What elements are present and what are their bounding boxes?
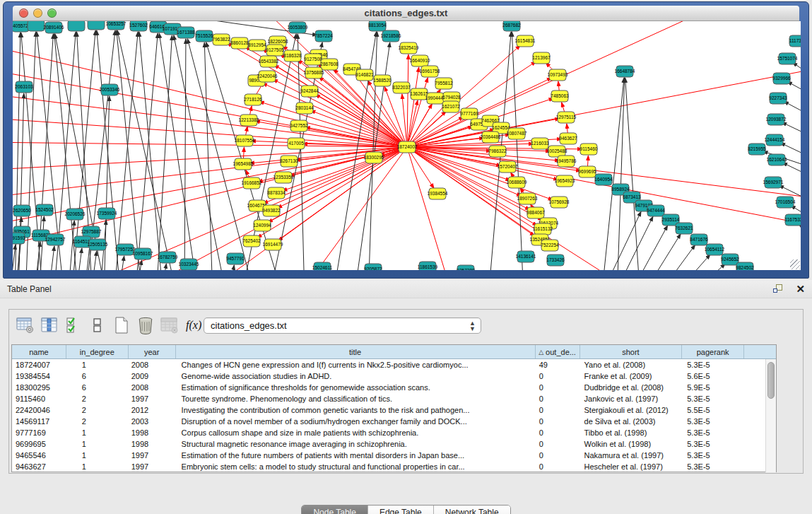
citation-edge-black[interactable] — [799, 224, 801, 241]
graph-node[interactable]: 17359924 — [97, 208, 117, 219]
citation-edge-black[interactable] — [90, 251, 97, 270]
column-header-out_de...[interactable]: △out_de... — [536, 345, 580, 358]
graph-node[interactable]: 20891406 — [44, 22, 64, 33]
citation-edge-black[interactable] — [13, 245, 16, 270]
graph-node-selected[interactable]: 8860128 — [230, 37, 249, 49]
graph-node[interactable]: 7632621 — [675, 223, 693, 234]
maximize-window-button[interactable] — [47, 8, 57, 18]
graph-node-selected[interactable]: 18724007 — [397, 141, 418, 153]
cell-title[interactable]: Embryonic stem cells: a model to study s… — [176, 461, 536, 472]
graph-node-selected[interactable]: 19495786 — [556, 156, 577, 167]
cell-in_degree[interactable]: 1 — [66, 438, 129, 450]
cell-name[interactable]: 9699695 — [12, 438, 66, 450]
graph-node-selected[interactable]: 7485063 — [551, 90, 569, 102]
cell-title[interactable]: Estimation of the future numbers of pati… — [176, 450, 536, 461]
graph-node-selected[interactable]: 10756928 — [549, 197, 570, 208]
float-panel-icon[interactable] — [773, 284, 786, 295]
graph-node-selected[interactable]: 2867608 — [320, 59, 339, 70]
graph-node-selected[interactable]: 19654985 — [233, 158, 254, 170]
graph-node[interactable]: 1167533 — [785, 214, 801, 226]
citation-edge-red[interactable] — [298, 147, 407, 270]
graph-node-selected[interactable]: 1588520 — [373, 75, 392, 86]
cell-in_degree[interactable]: 2 — [66, 404, 129, 416]
cell-in_degree[interactable]: 1 — [66, 461, 129, 472]
graph-node[interactable]: 19218586 — [381, 30, 401, 42]
cell-pagerank[interactable]: 5.3E-5 — [682, 416, 744, 427]
graph-node[interactable]: 1733426 — [546, 255, 565, 266]
cell-in_degree[interactable]: 2 — [66, 393, 129, 404]
table-row[interactable]: 977716911998Corpus callosum shape and si… — [12, 427, 776, 438]
citation-edge-red[interactable] — [13, 43, 407, 147]
cell-pagerank[interactable]: 5.3E-5 — [682, 359, 744, 370]
graph-node[interactable]: 1524502 — [35, 204, 54, 216]
cell-year[interactable]: 1998 — [129, 438, 176, 450]
citation-edge-red[interactable] — [13, 147, 407, 170]
cell-year[interactable]: 2012 — [129, 404, 176, 416]
graph-node[interactable]: 8215955 — [748, 144, 766, 155]
cell-name[interactable]: 19384554 — [12, 370, 66, 382]
citation-edge-red[interactable] — [199, 147, 407, 270]
citation-edge-black[interactable] — [204, 42, 213, 270]
citation-edge-red[interactable] — [407, 147, 801, 199]
graph-node[interactable] — [88, 21, 105, 30]
graph-node-selected[interactable]: 22420046 — [257, 71, 278, 82]
cell-short[interactable]: Stergiakouli et al. (2012) — [580, 404, 683, 416]
graph-node-selected[interactable]: 7955812 — [435, 78, 453, 89]
column-header-short[interactable]: short — [580, 345, 683, 358]
import-table-icon[interactable] — [159, 315, 180, 336]
cell-title[interactable]: Structural magnetic resonance image aver… — [176, 438, 536, 450]
graph-node-selected[interactable]: 19384554 — [428, 188, 448, 199]
cell-year[interactable]: 1997 — [129, 450, 176, 461]
window-title-bar[interactable]: citations_edges.txt — [13, 6, 799, 21]
column-header-year[interactable]: year — [129, 345, 176, 358]
graph-node[interactable]: 15024611 — [312, 262, 333, 270]
row-height-icon[interactable] — [87, 315, 108, 336]
table-row[interactable]: 2242004622012Investigating the contribut… — [12, 404, 776, 416]
graph-node-selected[interactable]: 19166852 — [242, 177, 262, 189]
graph-node-selected[interactable]: 1240994 — [253, 220, 271, 231]
graph-node-selected[interactable]: 10807487 — [507, 128, 527, 139]
close-panel-icon[interactable]: ✕ — [796, 284, 805, 294]
cell-name[interactable]: 9463627 — [12, 461, 66, 472]
cell-name[interactable]: 18300295 — [12, 382, 66, 393]
graph-node[interactable]: 16648784 — [615, 66, 635, 77]
graph-node[interactable]: 11861539 — [418, 262, 438, 270]
table-row[interactable]: 911546021997Tourette syndrome. Phenomeno… — [12, 393, 776, 404]
graph-node-selected[interactable]: 7963822 — [212, 34, 230, 45]
citation-edge-red[interactable] — [407, 144, 534, 147]
cell-pagerank[interactable]: 5.3E-5 — [682, 427, 744, 438]
cell-short[interactable]: Wolkin et al. (1998) — [580, 438, 683, 450]
table-row[interactable]: 969969511998Structural magnetic resonanc… — [12, 438, 776, 450]
graph-node[interactable]: 16210643 — [767, 154, 787, 165]
graph-node[interactable]: 9245652 — [721, 254, 739, 265]
graph-node[interactable]: 10958167 — [133, 248, 153, 259]
cell-year[interactable]: 1998 — [129, 427, 176, 438]
tab-node-table[interactable]: Node Table — [302, 506, 368, 514]
citation-edge-black[interactable] — [625, 78, 640, 270]
citation-edge-black[interactable] — [48, 246, 54, 270]
graph-node-selected[interactable]: 417005 — [288, 138, 305, 149]
graph-node[interactable]: 7857224 — [314, 30, 333, 42]
cell-title[interactable]: Corpus callosum shape and size in male p… — [176, 427, 536, 438]
cell-pagerank[interactable]: 5.9E-5 — [682, 382, 744, 393]
graph-node-selected[interactable]: 9146821 — [355, 69, 374, 81]
graph-node-selected[interactable]: 11615132 — [533, 223, 553, 235]
citation-edge-black[interactable] — [641, 234, 681, 270]
graph-node-selected[interactable]: 16640910 — [410, 55, 430, 66]
table-row[interactable]: 946362711997Embryonic stem cells: a mode… — [12, 461, 776, 472]
citation-edge-black[interactable] — [139, 32, 163, 270]
graph-node[interactable]: 7515526 — [195, 30, 213, 42]
graph-node[interactable]: 20206526 — [65, 209, 86, 220]
citation-edge-red[interactable] — [407, 67, 419, 147]
graph-node[interactable]: 9391593 — [13, 233, 25, 244]
cell-short[interactable]: Tibbo et al. (1998) — [580, 427, 683, 438]
graph-node-selected[interactable]: 20364486 — [481, 132, 501, 143]
column-header-filler[interactable] — [744, 345, 776, 358]
cell-year[interactable]: 2008 — [129, 382, 176, 393]
cell-title[interactable]: Investigating the contribution of common… — [176, 404, 536, 416]
cell-title[interactable]: Tourette syndrome. Phenomenology and cla… — [176, 393, 536, 404]
graph-node-selected[interactable]: 9127508 — [304, 54, 322, 65]
graph-node[interactable]: 10654112 — [705, 244, 725, 255]
graph-node-selected[interactable]: 16914479 — [263, 239, 283, 250]
tab-edge-table[interactable]: Edge Table — [368, 506, 434, 514]
